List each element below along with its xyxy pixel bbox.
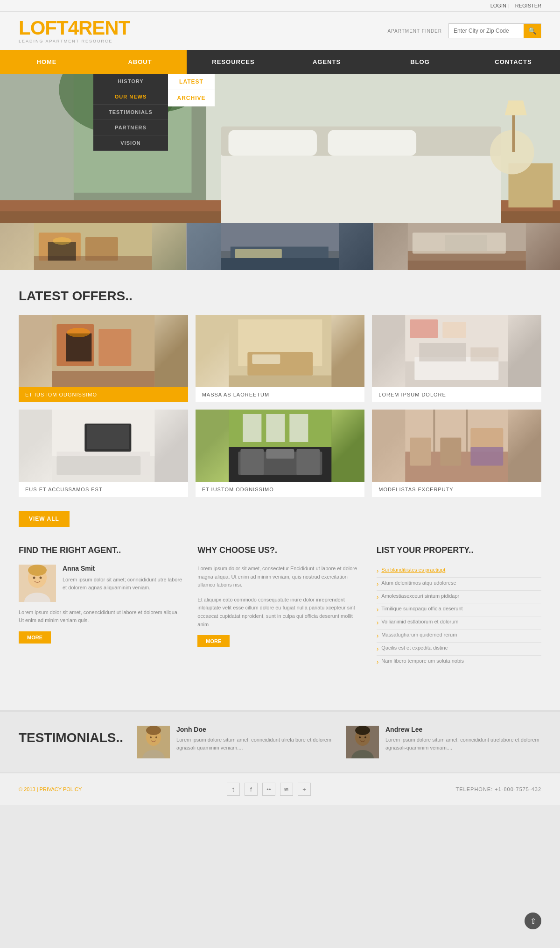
register-link[interactable]: REGISTER (515, 3, 541, 8)
agent-more-button[interactable]: MORE (19, 631, 51, 644)
nav-blog[interactable]: bLoG (373, 50, 467, 74)
svg-rect-66 (289, 414, 308, 442)
nav-resources[interactable]: RESOURCES (187, 50, 280, 74)
svg-point-90 (355, 726, 370, 735)
property-item-6: Massafugharum quidemed rerum (377, 630, 541, 643)
svg-rect-36 (52, 371, 154, 387)
search-box: 🔍 (448, 23, 541, 38)
svg-rect-32 (408, 261, 526, 270)
blog-latest[interactable]: LATEST (168, 74, 215, 90)
why-text-2: Et aliquipx eato commodo consequatute in… (197, 596, 362, 629)
offer-image-2 (196, 315, 365, 387)
property-item-5: Vollianimid estlaborum et dolorum (377, 616, 541, 630)
social-flickr[interactable]: •• (262, 783, 275, 796)
footer-copyright-link[interactable]: © 2013 | PRIVACY POLICY (19, 786, 82, 792)
social-facebook[interactable]: f (245, 783, 258, 796)
property-title: LIST YOUR PROPERTY. (377, 545, 541, 555)
property-link-1[interactable]: Sui blanditiistes es praetiupt (381, 567, 445, 573)
social-rss[interactable]: ≋ (280, 783, 293, 796)
footer-copyright: © 2013 | PRIVACY POLICY (19, 786, 82, 792)
login-link[interactable]: LOGIN (490, 3, 506, 8)
hero-thumb-3[interactable] (374, 223, 560, 270)
offer-label-1: ET IUSTOM ODGNISSIMO (19, 387, 188, 402)
agent-text: Lorem ipsum dolor sit amet; conncididunt… (63, 576, 183, 591)
view-all-button[interactable]: VIEW ALL (19, 511, 70, 527)
svg-rect-64 (243, 414, 261, 442)
nav-home[interactable]: HOME (0, 50, 93, 74)
testimonial-text-block-2: Andrew Lee Lorem ipsum dolore situm amet… (385, 726, 541, 758)
separator: | (508, 3, 510, 8)
svg-rect-15 (512, 115, 515, 152)
search-button[interactable]: 🔍 (524, 24, 541, 38)
offer-card-5[interactable]: ET IUSTOM ODGNISSIMO (196, 410, 365, 497)
testimonial-2: Andrew Lee Lorem ipsum dolore situm amet… (346, 726, 541, 758)
dropdown-testimonials[interactable]: TESTIMONIALS (93, 105, 168, 120)
offer-label-4: EUS ET ACCUSSAMOS EST (19, 482, 188, 497)
svg-rect-26 (235, 249, 282, 258)
logo-text: LOFT4RENT (19, 18, 130, 38)
svg-point-84 (146, 726, 161, 735)
agent-details: Anna Smit Lorem ipsum dolor sit amet; co… (63, 565, 183, 602)
offer-card-1[interactable]: ET IUSTOM ODGNISSIMO (19, 315, 188, 402)
why-more-button[interactable]: MORE (197, 635, 230, 647)
testimonials-heading: TESTIMONIALS. (19, 726, 123, 745)
svg-rect-37 (66, 333, 91, 361)
why-column: WHY CHOOSE US? Lorem ipsum dolor sit ame… (197, 545, 362, 668)
property-item-8: Nam libero tempore um soluta nobis (377, 656, 541, 669)
testimonial-name-2: Andrew Lee (385, 726, 541, 733)
property-item-2: Atum delenitimos atqu udolorese (377, 578, 541, 591)
svg-point-92 (359, 736, 361, 738)
svg-point-93 (364, 736, 366, 738)
svg-rect-43 (229, 375, 331, 387)
svg-rect-27 (221, 258, 339, 270)
dropdown-vision[interactable]: VISION (93, 135, 168, 151)
logo[interactable]: LOFT4RENT LEADING APARTMENT RESOURCE (19, 18, 130, 43)
svg-rect-55 (87, 425, 129, 449)
svg-rect-63 (296, 449, 320, 475)
testimonial-name-1: Jonh Doe (176, 726, 332, 733)
social-plus[interactable]: + (298, 783, 311, 796)
svg-rect-50 (443, 322, 466, 338)
svg-point-22 (53, 237, 71, 245)
svg-rect-49 (410, 319, 438, 338)
hero-thumbnails (0, 223, 560, 270)
offer-label-3: LOREM IPSUM DOLORE (372, 387, 541, 402)
property-column: LIST YOUR PROPERTY. Sui blanditiistes es… (377, 545, 541, 668)
nav-agents[interactable]: AGENTS (280, 50, 373, 74)
three-col-section: FIND THE RIGHT AGENT. (19, 545, 541, 668)
hero-thumb-2[interactable] (186, 223, 374, 270)
about-dropdown: HISTORY OUR NEWS LATEST ARCHIVE TESTIMON… (93, 74, 168, 151)
dropdown-our-news[interactable]: OUR NEWS LATEST ARCHIVE (93, 89, 168, 105)
offer-image-1 (19, 315, 188, 387)
svg-rect-65 (266, 414, 285, 442)
svg-rect-69 (434, 410, 435, 456)
property-item-1: Sui blanditiistes es praetiupt (377, 565, 541, 578)
agent-photo (19, 565, 56, 602)
svg-rect-61 (240, 449, 264, 475)
dropdown-history[interactable]: HISTORY (93, 74, 168, 89)
svg-rect-31 (445, 235, 487, 251)
testimonials-title: TESTIMONIALS. (19, 730, 123, 745)
social-twitter[interactable]: t (227, 783, 240, 796)
header: LOFT4RENT LEADING APARTMENT RESOURCE APA… (0, 12, 560, 50)
offer-card-6[interactable]: MODELISTAS EXCERPUTY (372, 410, 541, 497)
svg-point-86 (150, 736, 152, 738)
dropdown-partners[interactable]: PARTNERS (93, 120, 168, 135)
nav-contacts[interactable]: CONTACTS (467, 50, 560, 74)
nav-about[interactable]: ABOUT HISTORY OUR NEWS LATEST ARCHIVE TE… (93, 50, 187, 74)
offer-image-3 (372, 315, 541, 387)
offer-card-3[interactable]: LOREM IPSUM DOLORE (372, 315, 541, 402)
svg-marker-16 (505, 100, 527, 115)
logo-rent: RENT (78, 17, 130, 39)
latest-offers-title: LATEST OFFERS. (19, 289, 541, 304)
footer-social: t f •• ≋ + (227, 783, 311, 796)
svg-rect-11 (228, 130, 316, 156)
hero-thumb-1[interactable] (0, 223, 186, 270)
offer-card-4[interactable]: EUS ET ACCUSSAMOS EST (19, 410, 188, 497)
hero-main-image (0, 74, 560, 223)
header-right: APARTMENT FINDER 🔍 (387, 23, 541, 38)
offer-card-2[interactable]: MASSA AS LAOREETUM (196, 315, 365, 402)
blog-archive[interactable]: ARCHIVE (168, 90, 215, 106)
agent-name: Anna Smit (63, 565, 183, 572)
search-input[interactable] (449, 25, 524, 37)
